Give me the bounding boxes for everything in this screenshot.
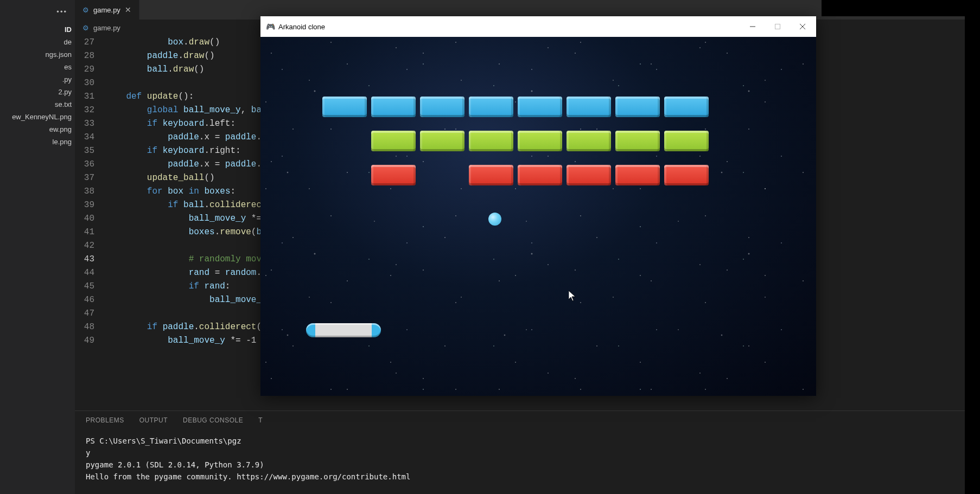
right-dark-strip-top — [822, 0, 980, 16]
explorer-panel: ••• ID dengs.jsones.py2.pyse.txtew_Kenne… — [0, 0, 75, 494]
bottom-panel: PROBLEMS OUTPUT DEBUG CONSOLE T PS C:\Us… — [75, 410, 980, 494]
debug-console-tab[interactable]: DEBUG CONSOLE — [183, 416, 243, 424]
explorer-file[interactable]: se.txt — [0, 98, 75, 111]
brick-red — [615, 165, 660, 185]
brick-blue — [371, 97, 416, 117]
explorer-file[interactable]: 2.py — [0, 86, 75, 98]
maximize-button[interactable] — [765, 16, 790, 37]
panel-tabs: PROBLEMS OUTPUT DEBUG CONSOLE T — [75, 411, 980, 427]
brick-green — [371, 131, 416, 151]
tab-game-py[interactable]: ⚙ game.py ✕ — [75, 0, 139, 20]
brick-red — [371, 165, 416, 185]
explorer-file[interactable]: .py — [0, 73, 75, 86]
explorer-file[interactable]: es — [0, 61, 75, 73]
tab-label: game.py — [93, 6, 120, 14]
brick-green — [518, 131, 562, 151]
game-window: 🎮 Arkanoid clone — [260, 16, 816, 396]
explorer-file[interactable]: ngs.json — [0, 48, 75, 61]
close-button[interactable] — [790, 16, 815, 37]
terminal[interactable]: PS C:\Users\S_Tiwari\Documents\pgzypygam… — [75, 427, 980, 483]
paddle — [306, 323, 381, 337]
game-controller-icon: 🎮 — [266, 22, 275, 31]
svg-rect-1 — [775, 24, 780, 29]
explorer-file[interactable]: le.png — [0, 136, 75, 148]
brick-red — [469, 165, 513, 185]
starfield-bg — [260, 37, 816, 396]
explorer-file[interactable]: ew.png — [0, 123, 75, 136]
breadcrumb: ⚙ game.py — [75, 20, 120, 36]
ball — [488, 213, 501, 226]
minimize-button[interactable] — [740, 16, 765, 37]
brick-red — [567, 165, 611, 185]
output-tab[interactable]: OUTPUT — [139, 416, 168, 424]
explorer-file[interactable]: de — [0, 36, 75, 48]
breadcrumb-file[interactable]: game.py — [93, 24, 120, 32]
game-viewport — [260, 37, 816, 396]
brick-blue — [322, 97, 367, 117]
brick-blue — [664, 97, 709, 117]
close-icon[interactable]: ✕ — [125, 5, 131, 14]
brick-green — [567, 131, 611, 151]
brick-green — [664, 131, 709, 151]
brick-red — [664, 165, 709, 185]
game-window-title: Arkanoid clone — [278, 23, 325, 31]
right-dark-strip — [965, 0, 980, 494]
terminal-tab[interactable]: T — [258, 416, 263, 424]
brick-blue — [615, 97, 660, 117]
brick-blue — [518, 97, 562, 117]
brick-blue — [469, 97, 513, 117]
python-icon: ⚙ — [82, 24, 89, 32]
explorer-file[interactable]: ew_KenneyNL.png — [0, 111, 75, 123]
brick-blue — [420, 97, 464, 117]
game-titlebar[interactable]: 🎮 Arkanoid clone — [260, 16, 816, 37]
brick-green — [469, 131, 513, 151]
python-icon: ⚙ — [82, 6, 89, 14]
brick-green — [420, 131, 464, 151]
explorer-menu-icon[interactable]: ••• — [0, 4, 75, 23]
problems-tab[interactable]: PROBLEMS — [86, 416, 124, 424]
brick-red — [518, 165, 562, 185]
explorer-folder[interactable]: ID — [0, 23, 75, 36]
brick-blue — [567, 97, 611, 117]
brick-green — [615, 131, 660, 151]
